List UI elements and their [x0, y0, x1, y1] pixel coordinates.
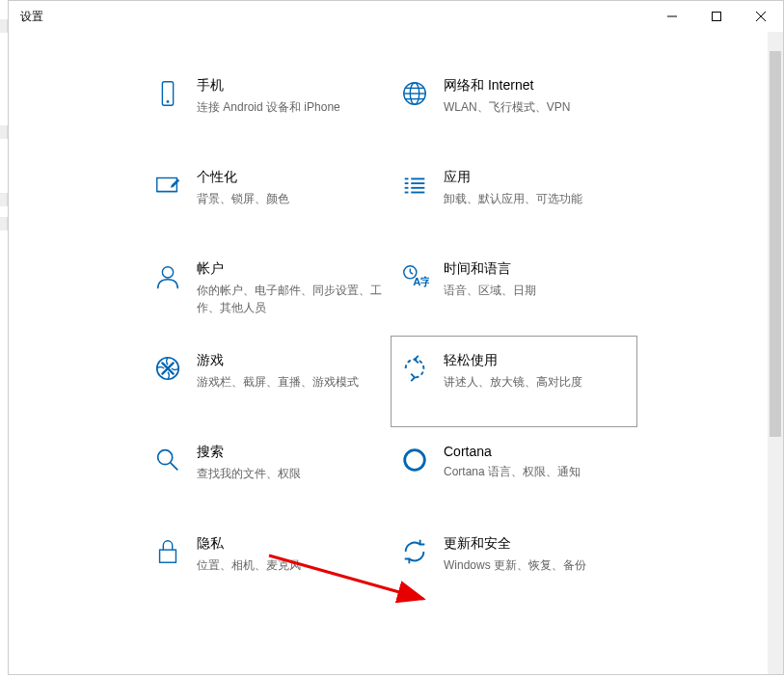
tile-title: 个性化 [197, 169, 382, 186]
svg-point-21 [162, 267, 173, 278]
tile-personalization[interactable]: 个性化 背景、锁屏、颜色 [144, 152, 391, 244]
svg-rect-30 [160, 550, 176, 562]
tile-apps[interactable]: 应用 卸载、默认应用、可选功能 [391, 152, 637, 244]
tile-title: 隐私 [197, 535, 382, 553]
tile-cortana[interactable]: Cortana Cortana 语言、权限、通知 [391, 427, 637, 519]
vertical-scrollbar[interactable] [768, 32, 783, 674]
tile-time-language[interactable]: A字 时间和语言 语音、区域、日期 [391, 244, 637, 336]
tile-title: 游戏 [197, 352, 382, 369]
svg-point-29 [405, 450, 425, 471]
tile-title: 手机 [197, 77, 382, 95]
tile-desc: 连接 Android 设备和 iPhone [197, 98, 382, 116]
tile-phone[interactable]: 手机 连接 Android 设备和 iPhone [144, 61, 391, 152]
settings-grid: 手机 连接 Android 设备和 iPhone 网络和 Internet WL… [144, 61, 687, 610]
tile-gaming[interactable]: 游戏 游戏栏、截屏、直播、游戏模式 [144, 336, 391, 427]
tile-ease-of-access[interactable]: 轻松使用 讲述人、放大镜、高对比度 [391, 336, 637, 427]
personalization-icon [145, 169, 191, 200]
close-button[interactable] [739, 1, 783, 32]
update-icon [392, 535, 438, 566]
tile-search[interactable]: 搜索 查找我的文件、权限 [144, 427, 391, 519]
tile-desc: WLAN、飞行模式、VPN [444, 98, 629, 116]
tile-desc: 位置、相机、麦克风 [197, 556, 382, 574]
svg-rect-1 [713, 13, 721, 21]
content-area: 手机 连接 Android 设备和 iPhone 网络和 Internet WL… [9, 32, 783, 674]
tile-title: Cortana [444, 444, 629, 459]
scrollbar-thumb[interactable] [770, 51, 781, 437]
svg-point-27 [158, 450, 173, 465]
tile-desc: 你的帐户、电子邮件、同步设置、工作、其他人员 [197, 282, 382, 316]
tile-desc: 背景、锁屏、颜色 [197, 190, 382, 207]
apps-icon [392, 169, 438, 200]
svg-point-5 [167, 100, 170, 103]
tile-desc: Windows 更新、恢复、备份 [444, 556, 629, 574]
tile-desc: 语音、区域、日期 [444, 282, 629, 299]
svg-line-28 [171, 463, 178, 471]
user-icon [145, 260, 191, 291]
globe-icon [392, 77, 438, 108]
ease-icon [392, 352, 438, 383]
cortana-icon [392, 444, 438, 474]
time-language-icon: A字 [392, 260, 438, 291]
window-title: 设置 [20, 9, 43, 25]
tile-accounts[interactable]: 帐户 你的帐户、电子邮件、同步设置、工作、其他人员 [144, 244, 391, 336]
settings-window: 设置 手机 连接 Android 设备和 iPhone [8, 0, 784, 675]
tile-privacy[interactable]: 隐私 位置、相机、麦克风 [144, 519, 391, 610]
svg-text:A字: A字 [413, 276, 429, 287]
tile-desc: 卸载、默认应用、可选功能 [444, 190, 629, 207]
tile-desc: 查找我的文件、权限 [197, 465, 382, 482]
tile-desc: Cortana 语言、权限、通知 [444, 463, 629, 480]
tile-title: 更新和安全 [444, 535, 629, 553]
titlebar: 设置 [9, 1, 783, 32]
tile-desc: 讲述人、放大镜、高对比度 [444, 373, 629, 391]
tile-title: 搜索 [197, 444, 382, 461]
maximize-button[interactable] [694, 1, 739, 32]
tile-title: 网络和 Internet [444, 77, 629, 95]
tile-title: 轻松使用 [444, 352, 629, 369]
minimize-button[interactable] [650, 1, 694, 32]
background-fragments [0, 0, 8, 677]
gaming-icon [145, 352, 191, 383]
svg-line-24 [410, 272, 413, 274]
tile-network[interactable]: 网络和 Internet WLAN、飞行模式、VPN [391, 61, 637, 152]
tile-update-security[interactable]: 更新和安全 Windows 更新、恢复、备份 [391, 519, 637, 610]
close-icon [756, 12, 766, 21]
tile-desc: 游戏栏、截屏、直播、游戏模式 [197, 373, 382, 391]
phone-icon [145, 77, 191, 108]
tile-title: 时间和语言 [444, 260, 629, 278]
lock-icon [145, 535, 191, 566]
tile-title: 帐户 [197, 260, 382, 278]
search-icon [145, 444, 191, 474]
maximize-icon [712, 12, 721, 21]
tile-title: 应用 [444, 169, 629, 186]
minimize-icon [667, 12, 677, 21]
titlebar-controls [650, 1, 783, 32]
